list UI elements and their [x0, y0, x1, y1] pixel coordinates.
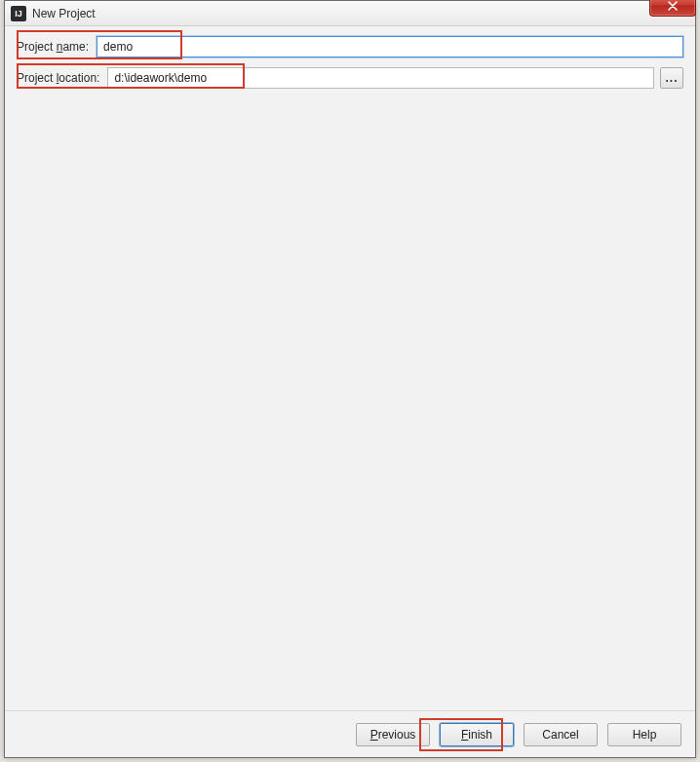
ellipsis-icon: ... — [665, 71, 678, 85]
close-icon — [668, 1, 678, 11]
app-icon: IJ — [11, 6, 26, 21]
button-label: Help — [633, 728, 657, 742]
close-button[interactable] — [649, 0, 696, 17]
new-project-dialog: IJ New Project Project name: Project loc… — [4, 0, 696, 758]
button-mnemonic: F — [461, 728, 468, 742]
help-button[interactable]: Help — [607, 723, 681, 746]
window-title: New Project — [32, 7, 96, 20]
finish-button[interactable]: Finish — [440, 723, 514, 746]
button-mnemonic: P — [370, 728, 378, 742]
project-location-row: Project location: ... — [17, 67, 683, 89]
button-label: revious — [378, 728, 416, 742]
label-text: Project — [17, 71, 57, 85]
button-label: inish — [468, 728, 492, 742]
label-text: ame: — [62, 40, 89, 54]
button-label: Cancel — [542, 728, 578, 742]
project-location-label: Project location: — [17, 71, 99, 85]
project-name-row: Project name: — [17, 36, 683, 57]
browse-button[interactable]: ... — [660, 67, 683, 89]
project-name-input[interactable] — [97, 36, 683, 57]
project-name-label: Project name: — [17, 40, 89, 54]
label-text: ocation: — [58, 71, 99, 85]
cancel-button[interactable]: Cancel — [524, 723, 598, 746]
dialog-body: Project name: Project location: ... — [5, 26, 695, 710]
titlebar: IJ New Project — [5, 1, 695, 26]
label-text: Project — [17, 40, 57, 54]
project-location-input[interactable] — [107, 67, 654, 89]
previous-button[interactable]: Previous — [356, 723, 430, 746]
dialog-footer: Previous Finish Cancel Help — [5, 710, 695, 757]
